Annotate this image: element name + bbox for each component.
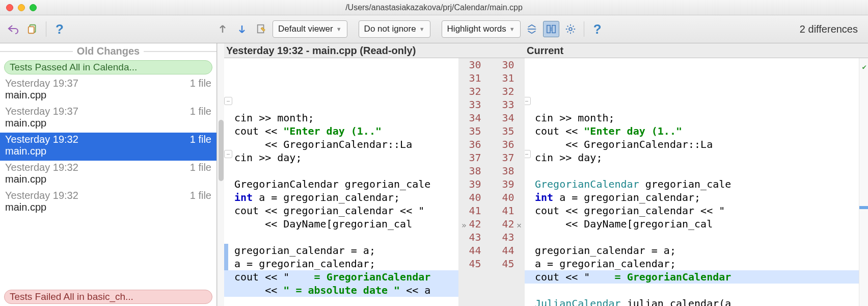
fold-icon[interactable]: – [224, 97, 232, 105]
change-count: 1 file [190, 190, 211, 201]
titlebar: /Users/anastasiakazakova/prj/Calendar/ma… [0, 0, 868, 15]
code-line[interactable]: cin >> day; [224, 151, 458, 164]
edit-source-icon[interactable] [253, 21, 269, 37]
sync-scroll-icon[interactable] [543, 21, 559, 37]
svg-rect-1 [29, 27, 34, 33]
next-diff-button[interactable] [234, 21, 250, 37]
line-number: 43 [492, 231, 525, 244]
line-number: 37 [492, 151, 525, 164]
code-line[interactable] [224, 164, 458, 177]
change-file: main.cpp [5, 117, 211, 129]
code-line[interactable] [525, 284, 859, 297]
line-number: 41 [492, 204, 525, 217]
change-item[interactable]: Yesterday 19:371 filemain.cpp [0, 105, 216, 133]
code-line[interactable]: int a = gregorian_calendar; [525, 191, 859, 204]
diff-right-pane[interactable]: – – cin >> month;cout << "Enter day (1..… [525, 58, 859, 306]
change-item[interactable]: Yesterday 19:321 filemain.cpp [0, 133, 216, 161]
change-count: 1 file [190, 162, 211, 173]
tests-failed-pill[interactable]: Tests Failed All in basic_ch... [4, 290, 212, 304]
code-line[interactable]: cin >> day; [525, 151, 859, 164]
changes-panel: Old Changes Tests Passed All in Calenda.… [0, 43, 217, 306]
close-window-button[interactable] [6, 4, 13, 11]
dropdown-label: Default viewer [278, 24, 333, 34]
ignore-mode-dropdown[interactable]: Do not ignore ▼ [359, 20, 430, 38]
diff-overview-ruler[interactable]: ✔ [859, 58, 868, 306]
copy-to-clipboard-icon[interactable] [24, 21, 41, 37]
change-time: Yesterday 19:32 [5, 190, 78, 201]
code-line[interactable]: gregorian_calendar = a; [224, 244, 458, 257]
settings-gear-icon[interactable] [562, 21, 579, 37]
svg-point-8 [569, 28, 572, 31]
code-line[interactable]: cout << gregorian_calendar << " [525, 204, 859, 217]
change-count: 1 file [190, 106, 211, 117]
code-line[interactable]: cout << gregorian_calendar << " [224, 204, 458, 217]
code-line[interactable] [224, 297, 458, 306]
prev-diff-button[interactable] [214, 21, 231, 37]
change-count: 1 file [190, 134, 211, 145]
line-number: 32 [458, 85, 492, 98]
line-number: 42 [458, 217, 492, 231]
code-line[interactable]: JulianCalendar julian_calendar(a [525, 297, 859, 306]
line-number: 40 [458, 191, 492, 204]
line-number: 38 [492, 164, 525, 177]
code-line[interactable]: << DayName[gregorian_cal [224, 217, 458, 231]
svg-rect-4 [547, 26, 550, 33]
code-line[interactable]: << GregorianCalendar::La [525, 138, 859, 151]
window-controls [0, 4, 37, 11]
code-line[interactable]: << GregorianCalendar::La [224, 138, 458, 151]
code-line[interactable]: GregorianCalendar gregorian_cale [224, 177, 458, 191]
code-line[interactable]: cin >> month; [224, 111, 458, 124]
change-item[interactable]: Yesterday 19:321 filemain.cpp [0, 189, 216, 217]
change-time: Yesterday 19:32 [5, 162, 78, 173]
change-file: main.cpp [5, 173, 211, 185]
zoom-window-button[interactable] [30, 4, 37, 11]
diff-left-pane[interactable]: – – cin >> month;cout << "Enter day (1..… [224, 58, 458, 306]
code-line[interactable]: cout << " = GregorianCalendar [224, 270, 458, 284]
line-number: 36 [458, 138, 492, 151]
change-item[interactable]: Yesterday 19:371 filemain.cpp [0, 76, 216, 105]
line-number: 44 [458, 244, 492, 257]
diff-right-header: Current [525, 43, 840, 58]
code-line[interactable]: cout << " = GregorianCalendar [525, 270, 859, 284]
panel-scrollbar[interactable] [217, 43, 224, 306]
line-number: 37 [458, 151, 492, 164]
line-number: 30 [458, 58, 492, 71]
code-line[interactable]: cin >> month; [525, 111, 859, 124]
line-number: 41 [458, 204, 492, 217]
code-line[interactable]: gregorian_calendar = a; [525, 244, 859, 257]
chevron-down-icon: ▼ [509, 26, 515, 32]
minimize-window-button[interactable] [18, 4, 25, 11]
change-time: Yesterday 19:37 [5, 106, 78, 117]
code-line[interactable] [525, 231, 859, 244]
code-line[interactable]: << DayName[gregorian_cal [525, 217, 859, 231]
change-file: main.cpp [5, 201, 211, 213]
diff-area: Yesterday 19:32 - main.cpp (Read-only) C… [224, 43, 868, 306]
change-list: Yesterday 19:371 filemain.cppYesterday 1… [0, 76, 216, 288]
code-line[interactable]: a = gregorian_calendar; [224, 257, 458, 270]
highlight-mode-dropdown[interactable]: Highlight words ▼ [442, 20, 521, 38]
panel-title: Old Changes [77, 45, 140, 57]
collapse-unchanged-icon[interactable] [524, 21, 540, 37]
change-item[interactable]: Yesterday 19:321 filemain.cpp [0, 161, 216, 189]
code-line[interactable]: << " = absolute date " << a [224, 284, 458, 297]
change-file: main.cpp [5, 145, 211, 157]
help-icon-right[interactable]: ? [589, 21, 606, 37]
fold-icon[interactable]: – [525, 97, 531, 105]
code-line[interactable]: cout << "Enter day (1.." [525, 124, 859, 138]
tests-passed-pill[interactable]: Tests Passed All in Calenda... [4, 60, 212, 74]
undo-button[interactable] [5, 21, 21, 37]
code-line[interactable]: int a = gregorian_calendar; [224, 191, 458, 204]
change-file: main.cpp [5, 89, 211, 101]
code-line[interactable]: a = gregorian_calendar; [525, 257, 859, 270]
code-line[interactable]: cout << "Enter day (1.." [224, 124, 458, 138]
code-line[interactable] [525, 164, 859, 177]
viewer-mode-dropdown[interactable]: Default viewer ▼ [273, 20, 347, 38]
code-line[interactable]: GregorianCalendar gregorian_cale [525, 177, 859, 191]
line-number: 40 [492, 191, 525, 204]
line-number: 43 [458, 231, 492, 244]
code-line[interactable] [224, 231, 458, 244]
help-icon[interactable]: ? [51, 21, 68, 37]
line-number: 39 [492, 177, 525, 191]
toolbar: ? Default viewer ▼ Do not ignore ▼ Highl… [0, 15, 868, 43]
line-number: 39 [458, 177, 492, 191]
